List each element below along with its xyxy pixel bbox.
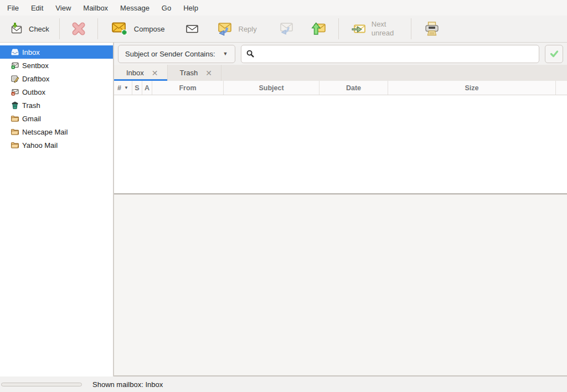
mailbox-tab-bar: Inbox ✕ Trash ✕: [114, 65, 567, 81]
forward-icon: [310, 20, 327, 37]
next-unread-button[interactable]: Next unread: [345, 17, 406, 40]
tab-close-icon[interactable]: ✕: [205, 69, 212, 77]
print-icon: [424, 20, 440, 37]
toolbar-separator: [59, 18, 60, 39]
menu-edit[interactable]: Edit: [25, 0, 49, 16]
sidebar-item-outbox[interactable]: Outbox: [0, 85, 113, 99]
outbox-icon: [11, 87, 19, 96]
menu-mailbox[interactable]: Mailbox: [77, 0, 114, 16]
search-icon: [246, 49, 255, 58]
search-apply-button[interactable]: [545, 45, 563, 63]
reply-all-icon: [278, 21, 295, 37]
toolbar-separator: [97, 18, 98, 39]
column-header-date[interactable]: Date: [319, 81, 388, 95]
menu-help[interactable]: Help: [177, 0, 204, 16]
search-filter-dropdown[interactable]: Subject or Sender Contains: ▼: [118, 45, 235, 63]
check-mail-icon: [9, 22, 24, 36]
column-header-from[interactable]: From: [152, 81, 224, 95]
sidebar-item-gmail[interactable]: Gmail: [0, 112, 113, 125]
message-list-header: # ▼ S A From Subject Date Size: [114, 81, 567, 95]
column-label: Size: [465, 84, 478, 92]
sidebar-item-label: Sentbox: [22, 61, 49, 70]
sidebar-item-inbox[interactable]: Inbox: [0, 45, 113, 59]
check-mail-label: Check: [29, 25, 49, 33]
column-header-spacer: [556, 81, 567, 95]
sidebar-item-sentbox[interactable]: Sentbox: [0, 59, 113, 72]
sidebar-item-label: Trash: [22, 101, 40, 110]
trash-icon: [11, 101, 19, 110]
status-text: Shown mailbox: Inbox: [92, 380, 163, 389]
chevron-down-icon: ▼: [223, 51, 228, 56]
inbox-icon: [11, 48, 19, 56]
delete-button[interactable]: [64, 17, 94, 40]
menu-message[interactable]: Message: [114, 0, 156, 16]
sidebar-item-label: Draftbox: [22, 75, 49, 83]
tab-inbox[interactable]: Inbox ✕: [114, 65, 168, 81]
column-label: A: [145, 84, 150, 92]
sidebar-item-label: Netscape Mail: [22, 128, 68, 136]
reply-label: Reply: [239, 25, 257, 33]
content-area: Subject or Sender Contains: ▼: [114, 43, 567, 376]
column-header-subject[interactable]: Subject: [224, 81, 319, 95]
column-label: S: [135, 84, 139, 92]
search-filter-label: Subject or Sender Contains:: [125, 50, 215, 58]
next-unread-label: Next unread: [372, 20, 400, 38]
column-label: #: [117, 84, 121, 92]
folder-icon: [11, 141, 19, 149]
next-unread-icon: [351, 22, 367, 36]
sidebar-item-netscape-mail[interactable]: Netscape Mail: [0, 125, 113, 138]
compose-icon: [111, 20, 129, 37]
reply-icon: [216, 20, 234, 37]
sidebar-item-label: Gmail: [22, 115, 41, 123]
sentbox-icon: [11, 61, 19, 70]
column-header-status[interactable]: S: [132, 81, 142, 95]
check-mail-button[interactable]: Check: [3, 17, 55, 40]
main-area: Inbox Sentbox Draftbox: [0, 43, 567, 376]
delete-icon: [70, 20, 87, 38]
quick-search-bar: Subject or Sender Contains: ▼: [114, 43, 567, 65]
message-view-pane[interactable]: [114, 195, 567, 376]
folder-icon: [11, 127, 19, 136]
compose-button[interactable]: Compose: [105, 17, 171, 40]
sort-desc-icon: ▼: [124, 85, 128, 90]
column-label: Subject: [259, 84, 284, 92]
sidebar-item-draftbox[interactable]: Draftbox: [0, 72, 113, 85]
draftbox-icon: [11, 74, 19, 83]
sidebar-item-label: Outbox: [22, 88, 45, 96]
envelope-icon: [185, 22, 199, 36]
folder-sidebar: Inbox Sentbox Draftbox: [0, 43, 114, 376]
folder-icon: [11, 114, 19, 123]
tab-close-icon[interactable]: ✕: [152, 69, 158, 77]
search-input[interactable]: [258, 45, 534, 63]
message-list[interactable]: [114, 95, 567, 193]
tab-trash[interactable]: Trash ✕: [168, 65, 221, 81]
sidebar-item-trash[interactable]: Trash: [0, 99, 113, 112]
reply-all-button[interactable]: [272, 17, 301, 40]
forward-button[interactable]: [304, 17, 333, 40]
sidebar-item-yahoo-mail[interactable]: Yahoo Mail: [0, 138, 113, 152]
column-label: From: [179, 84, 196, 92]
new-message-button[interactable]: [179, 17, 205, 40]
menu-view[interactable]: View: [49, 0, 77, 16]
menu-file[interactable]: File: [1, 0, 25, 16]
tab-label: Trash: [180, 69, 198, 77]
reply-button[interactable]: Reply: [210, 17, 263, 40]
status-bar: Shown mailbox: Inbox: [0, 376, 567, 392]
sidebar-item-label: Yahoo Mail: [22, 141, 58, 149]
toolbar-separator: [338, 18, 339, 39]
print-button[interactable]: [417, 17, 446, 40]
column-header-number[interactable]: # ▼: [114, 81, 132, 95]
compose-label: Compose: [134, 25, 165, 33]
sidebar-item-label: Inbox: [22, 48, 40, 56]
search-entry[interactable]: [241, 45, 539, 63]
menu-bar: File Edit View Mailbox Message Go Help: [0, 0, 567, 16]
column-header-attachment[interactable]: A: [142, 81, 152, 95]
column-header-size[interactable]: Size: [388, 81, 556, 95]
toolbar-separator: [411, 18, 411, 39]
checkmark-icon: [549, 49, 559, 59]
menu-go[interactable]: Go: [156, 0, 177, 16]
column-label: Date: [346, 84, 361, 92]
tab-label: Inbox: [126, 69, 144, 77]
toolbar: Check Compose: [0, 16, 567, 43]
horizontal-scrollbar[interactable]: [1, 383, 82, 386]
